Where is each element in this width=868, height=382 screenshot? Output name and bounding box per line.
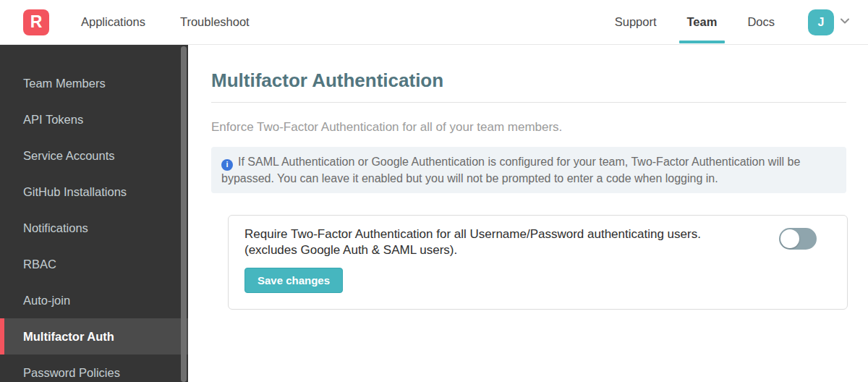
section-description: Enforce Two-Factor Authentication for al…	[211, 120, 846, 135]
top-navbar: R Applications Troubleshoot Support Team…	[0, 0, 868, 45]
avatar[interactable]: J	[808, 9, 834, 35]
sidebar-item-multifactor-auth[interactable]: Multifactor Auth	[0, 318, 188, 355]
sidebar-item-team-members[interactable]: Team Members	[0, 65, 188, 101]
primary-nav: Applications Troubleshoot	[81, 0, 250, 45]
rollbar-logo-icon[interactable]: R	[23, 9, 49, 35]
user-menu[interactable]: J	[808, 9, 851, 35]
sidebar-item-service-accounts[interactable]: Service Accounts	[0, 137, 188, 174]
sidebar-item-password-policies[interactable]: Password Policies	[0, 355, 188, 382]
info-note-text: If SAML Authentication or Google Authent…	[221, 156, 800, 184]
page-title: Multifactor Authentication	[211, 69, 846, 92]
two-factor-setting-label: Require Two-Factor Authentication for al…	[244, 226, 701, 258]
sidebar-item-github-installations[interactable]: GitHub Installations	[0, 174, 188, 210]
sidebar-item-api-tokens[interactable]: API Tokens	[0, 101, 188, 137]
nav-item-applications[interactable]: Applications	[81, 0, 145, 45]
sidebar-item-notifications[interactable]: Notifications	[0, 210, 188, 246]
sidebar-item-rbac[interactable]: RBAC	[0, 246, 188, 282]
save-changes-button[interactable]: Save changes	[244, 268, 343, 293]
two-factor-toggle[interactable]	[779, 228, 817, 250]
settings-sidebar: Team Members API Tokens Service Accounts…	[0, 45, 188, 382]
toggle-knob[interactable]	[780, 229, 799, 248]
two-factor-setting-card: Require Two-Factor Authentication for al…	[228, 215, 848, 310]
chevron-down-icon[interactable]	[839, 15, 851, 30]
setting-label-line1: Require Two-Factor Authentication for al…	[244, 226, 701, 242]
saml-info-note: iIf SAML Authentication or Google Authen…	[211, 147, 846, 193]
nav-item-team[interactable]: Team	[687, 0, 718, 45]
setting-label-line2: (excludes Google Auth & SAML users).	[244, 242, 701, 258]
sidebar-scrollbar[interactable]	[181, 46, 187, 382]
body: Team Members API Tokens Service Accounts…	[0, 45, 868, 382]
nav-item-docs[interactable]: Docs	[747, 0, 775, 45]
sidebar-item-auto-join[interactable]: Auto-join	[0, 282, 188, 318]
nav-item-support[interactable]: Support	[615, 0, 657, 45]
title-divider	[211, 102, 846, 103]
nav-item-troubleshoot[interactable]: Troubleshoot	[180, 0, 250, 45]
main-content: Multifactor Authentication Enforce Two-F…	[188, 45, 868, 382]
info-icon: i	[221, 159, 233, 171]
secondary-nav: Support Team Docs J	[615, 0, 851, 45]
page: R Applications Troubleshoot Support Team…	[0, 0, 868, 382]
